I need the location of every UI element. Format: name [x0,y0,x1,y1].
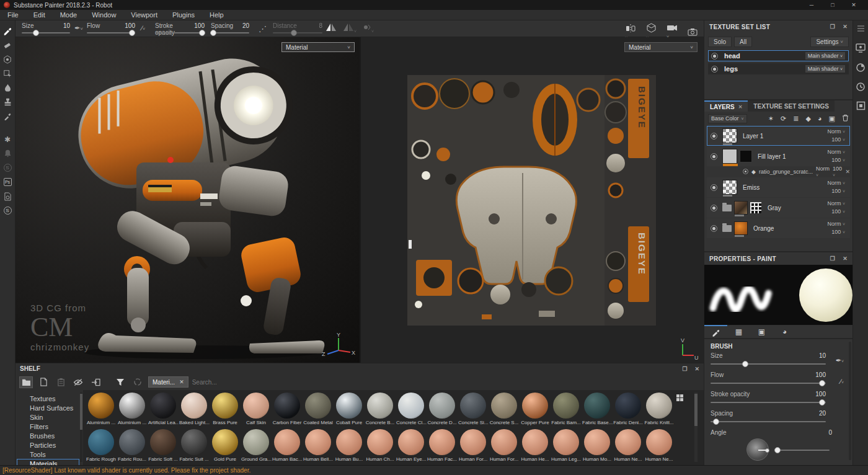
material-sphere[interactable] [305,393,331,419]
layer-thumbnail[interactable] [722,180,737,195]
brush-scrollbar[interactable] [849,342,851,460]
material-item[interactable]: Human For... [458,429,489,462]
menu-item[interactable]: File [0,10,26,20]
group-thumbnail[interactable] [734,201,748,215]
layer-row[interactable]: Orange Norm ˅100 ˅ [707,218,850,238]
viewport2d-shading-dropdown[interactable]: Material˅ [624,42,698,52]
material-picker-tool-icon[interactable] [1,109,14,123]
material-sphere[interactable] [243,393,269,419]
solo-button[interactable]: Solo [708,37,732,47]
visibility-radio-icon[interactable] [743,169,748,174]
projection-tool-icon[interactable] [1,52,14,66]
photoshop-export-icon[interactable]: Ps [1,175,14,189]
material-item[interactable]: Cobalt Pure [334,393,365,425]
material-sphere[interactable] [460,429,486,455]
spacing-slider[interactable] [211,29,249,36]
display-settings-icon[interactable] [856,43,866,53]
material-sphere[interactable] [522,393,548,419]
slider[interactable] [711,380,826,386]
shelf-folder-icon[interactable] [19,376,33,388]
minimize-button[interactable]: ─ [801,0,822,10]
material-item[interactable]: Concrete Cl... [396,393,427,425]
material-sphere[interactable] [336,429,362,455]
blend-mode-dropdown[interactable]: Norm [827,149,841,155]
slider-value[interactable]: 100 [815,391,826,399]
material-item[interactable]: Fabric Bam... [551,393,582,425]
material-sphere[interactable] [553,393,579,419]
material-sphere[interactable] [336,393,362,419]
rotate-icon[interactable]: ⟳ [781,115,786,123]
group-thumbnail[interactable] [734,221,748,235]
blend-mode-dropdown[interactable]: Norm [827,221,841,227]
blend-mode-dropdown[interactable]: Norm [827,128,841,135]
angle-slider[interactable] [775,446,830,453]
opacity-dropdown[interactable]: 100 [831,229,841,235]
material-sphere[interactable] [522,429,548,455]
iray-renderer-icon[interactable]: S [1,203,14,218]
menu-item[interactable]: Edit [26,10,53,20]
visibility-radio-icon[interactable] [711,205,717,211]
shelf-category[interactable]: Tools [17,450,79,458]
material-sphere[interactable] [243,429,269,455]
material-sphere[interactable] [491,429,517,455]
import-resources-icon[interactable] [54,376,68,388]
search-input[interactable] [192,379,378,386]
remove-filter-icon[interactable]: ✕ [179,379,184,385]
screenshot-icon[interactable] [688,28,698,36]
close-tab-icon[interactable]: ✕ [738,104,743,110]
material-item[interactable]: Brass Pure [210,393,241,425]
slider-value[interactable]: 100 [815,371,826,380]
material-item[interactable]: Human For... [489,429,520,462]
opacity-dropdown[interactable]: 100 ˅ [833,166,842,178]
menu-item[interactable]: Plugins [165,10,202,20]
uv-layout[interactable]: BIGEYE BIGEYE [407,75,656,326]
shelf-category[interactable]: Filters [17,422,79,430]
slider[interactable] [711,360,826,367]
menu-item[interactable]: Mode [53,10,85,20]
size-value[interactable]: 10 [63,22,70,29]
slider[interactable] [711,418,826,425]
material-item[interactable]: Coated Metal [303,393,334,425]
notifications-bell-icon[interactable] [1,146,14,161]
materials-scrollbar[interactable] [694,393,698,462]
texture-set-row-head[interactable]: head Main shader ˅ [708,50,849,61]
material-sphere[interactable] [646,393,672,419]
material-sphere[interactable] [646,429,672,455]
spacing-value[interactable]: 20 [242,22,249,29]
tab-alpha-properties[interactable]: ▦ [727,325,750,339]
material-sphere[interactable] [88,393,114,419]
close-panel-icon[interactable]: ✕ [843,255,848,262]
material-item[interactable]: Human Bell... [303,429,334,462]
layer-effect-row[interactable]: ◆ ratio_grunge_scratc... Norm ˅ 100 ˅ ✕ [707,166,850,177]
material-item[interactable]: Carbon Fiber [272,393,303,425]
material-sphere[interactable] [88,429,114,455]
material-sphere[interactable] [212,429,238,455]
material-item[interactable]: Ground Gra... [241,429,272,462]
categories-scrollbar[interactable] [80,393,82,462]
opacity-dropdown[interactable]: 100 [831,157,841,163]
material-item[interactable]: Human Bu... [334,429,365,462]
symmetry-icon[interactable] [326,23,337,33]
opacity-dropdown[interactable]: 100 [831,188,841,194]
material-item[interactable]: Fabric Deni... [613,393,644,425]
blend-mode-dropdown[interactable]: Norm [827,200,841,206]
stroke-opacity-slider[interactable] [155,29,205,36]
tab-material-properties[interactable]: ◕ [773,325,796,339]
material-sphere[interactable] [367,393,393,419]
brush-preset-icon[interactable]: ✒˅ [836,357,844,365]
menu-item[interactable]: Viewport [123,10,165,20]
material-item[interactable]: Concrete D... [427,393,458,425]
material-sphere[interactable] [584,429,610,455]
dock-handle-icon[interactable] [857,25,864,27]
slider[interactable] [711,399,826,406]
stroke-preset-icon[interactable]: ∕˅ [141,24,146,32]
material-item[interactable]: Human Leg... [551,429,582,462]
layer-thumbnail[interactable] [722,128,737,143]
float-panel-icon[interactable]: ❐ [682,366,687,372]
brush-preset-icon[interactable]: ✒˅ [74,24,83,32]
material-sphere[interactable] [119,393,145,419]
material-item[interactable]: Concrete B... [365,393,396,425]
delete-layer-icon[interactable] [842,114,849,123]
angle-value[interactable]: 0 [828,429,832,437]
material-item[interactable]: Human He... [520,429,551,462]
